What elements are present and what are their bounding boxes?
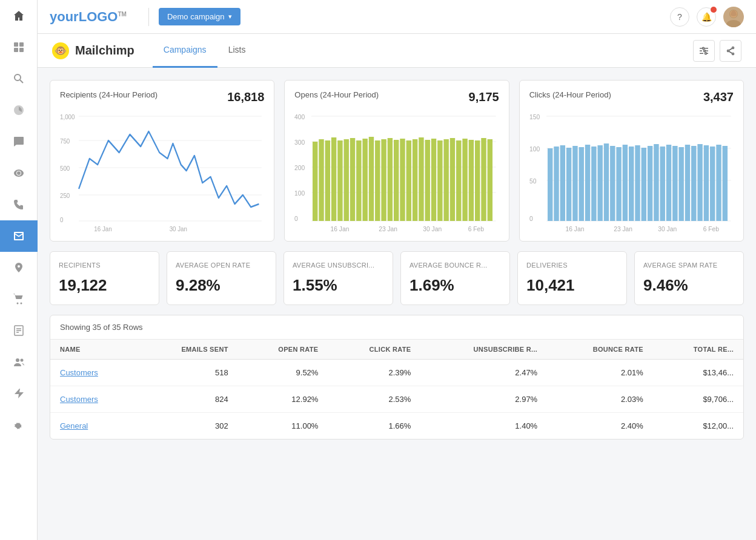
- page-tabs: Campaigns Lists: [153, 34, 257, 68]
- svg-text:16 Jan: 16 Jan: [331, 225, 350, 232]
- table-meta: Showing 35 of 35 Rows: [50, 315, 743, 340]
- svg-rect-70: [413, 139, 417, 221]
- opens-chart-title: Opens (24-Hour Period): [294, 90, 379, 99]
- col-click-rate[interactable]: CLICK RATE: [328, 340, 420, 360]
- sidebar-item-report[interactable]: [0, 315, 38, 346]
- filter-button[interactable]: [693, 40, 715, 62]
- sidebar-item-grid[interactable]: [0, 31, 38, 63]
- svg-rect-121: [710, 147, 715, 221]
- sidebar-item-cart[interactable]: [0, 283, 38, 315]
- col-open-rate[interactable]: OPEN RATE: [238, 340, 328, 360]
- svg-rect-80: [475, 140, 480, 221]
- sidebar-item-home[interactable]: [0, 0, 38, 31]
- svg-rect-96: [554, 147, 559, 221]
- col-unsub-rate[interactable]: UNSUBSCRIBE R...: [420, 340, 547, 360]
- avatar[interactable]: [723, 7, 744, 27]
- svg-rect-104: [603, 143, 608, 221]
- svg-rect-54: [313, 142, 317, 221]
- sidebar-item-users[interactable]: [0, 346, 38, 378]
- svg-rect-108: [629, 147, 634, 221]
- svg-point-29: [732, 53, 734, 54]
- recipients-chart-title: Recipients (24-Hour Period): [60, 90, 158, 99]
- col-total-re[interactable]: TOTAL RE...: [653, 340, 743, 360]
- svg-line-31: [729, 51, 732, 53]
- sidebar-item-marketing[interactable]: [0, 157, 38, 189]
- svg-text:6 Feb: 6 Feb: [468, 225, 484, 232]
- tab-lists[interactable]: Lists: [217, 34, 257, 68]
- svg-rect-56: [325, 140, 330, 221]
- svg-rect-79: [469, 140, 474, 221]
- row-1-open: 9.52%: [238, 360, 328, 386]
- sidebar-item-chat[interactable]: [0, 126, 38, 157]
- demo-campaign-button[interactable]: Demo campaign: [159, 8, 240, 25]
- svg-rect-117: [685, 145, 689, 221]
- stat-open-rate: Average Open Rate 9.28%: [167, 251, 276, 305]
- svg-rect-77: [456, 140, 461, 221]
- svg-rect-82: [488, 139, 492, 221]
- svg-rect-102: [591, 147, 596, 221]
- col-bounce-rate[interactable]: BOUNCE RATE: [547, 340, 653, 360]
- svg-rect-68: [400, 139, 405, 221]
- notifications-button[interactable]: 🔔: [697, 7, 716, 27]
- row-2-emails: 824: [138, 386, 238, 413]
- svg-rect-103: [597, 145, 602, 221]
- col-emails-sent[interactable]: EMAILS SENT: [138, 340, 238, 360]
- svg-rect-65: [382, 139, 386, 221]
- sidebar: [0, 0, 38, 540]
- svg-rect-1: [19, 42, 24, 47]
- table-section: Showing 35 of 35 Rows NAME EMAILS SENT O…: [50, 315, 744, 440]
- svg-text:300: 300: [294, 139, 305, 146]
- row-2-name[interactable]: Customers: [50, 386, 138, 413]
- stat-recipients: Recipients 19,122: [50, 251, 159, 305]
- stats-row: Recipients 19,122 Average Open Rate 9.28…: [50, 251, 744, 305]
- svg-rect-122: [716, 145, 721, 221]
- col-name[interactable]: NAME: [50, 340, 138, 360]
- svg-rect-57: [331, 137, 336, 221]
- svg-rect-123: [722, 146, 727, 221]
- sidebar-item-email[interactable]: [0, 220, 38, 252]
- sidebar-item-phone[interactable]: [0, 189, 38, 220]
- svg-rect-78: [463, 139, 468, 221]
- clicks-chart-value: 3,437: [703, 90, 734, 104]
- svg-text:100: 100: [529, 145, 540, 153]
- sidebar-item-search[interactable]: [0, 63, 38, 94]
- svg-rect-105: [610, 146, 615, 221]
- stat-recipients-value: 19,122: [59, 276, 150, 295]
- svg-line-5: [20, 80, 23, 83]
- svg-rect-62: [363, 139, 368, 221]
- header-divider: [148, 8, 149, 26]
- sidebar-item-settings[interactable]: [0, 409, 38, 441]
- svg-rect-109: [635, 145, 640, 221]
- row-3-name[interactable]: General: [50, 413, 138, 440]
- svg-rect-101: [585, 145, 589, 221]
- stat-open-rate-label: Average Open Rate: [176, 262, 267, 269]
- dashboard-body: Recipients (24-Hour Period) 16,818 1,000…: [38, 68, 756, 540]
- row-1-unsub: 2.47%: [420, 360, 547, 386]
- recipients-chart-card: Recipients (24-Hour Period) 16,818 1,000…: [50, 80, 274, 242]
- stat-unsub-rate-value: 1.55%: [293, 276, 384, 295]
- svg-rect-99: [572, 146, 577, 221]
- sidebar-item-lightning[interactable]: [0, 378, 38, 409]
- svg-rect-110: [641, 148, 646, 221]
- svg-text:16 Jan: 16 Jan: [94, 225, 111, 232]
- svg-rect-60: [350, 138, 355, 221]
- svg-text:16 Jan: 16 Jan: [565, 225, 584, 232]
- svg-text:30 Jan: 30 Jan: [170, 225, 187, 232]
- tab-campaigns[interactable]: Campaigns: [153, 34, 217, 68]
- svg-rect-81: [482, 138, 486, 221]
- opens-chart-card: Opens (24-Hour Period) 9,175 400 300 200…: [284, 80, 509, 242]
- row-2-total: $9,706...: [653, 386, 743, 413]
- svg-rect-75: [444, 139, 449, 221]
- share-button[interactable]: [720, 40, 741, 62]
- svg-rect-3: [19, 48, 24, 52]
- svg-text:250: 250: [60, 192, 70, 199]
- sidebar-item-dashboard[interactable]: [0, 94, 38, 126]
- svg-rect-64: [375, 140, 380, 221]
- svg-rect-74: [437, 140, 442, 221]
- svg-text:400: 400: [294, 113, 305, 120]
- sidebar-item-location[interactable]: [0, 252, 38, 283]
- row-1-bounce: 2.01%: [547, 360, 653, 386]
- stat-deliveries-label: Deliveries: [526, 262, 618, 269]
- row-1-name[interactable]: Customers: [50, 360, 138, 386]
- help-button[interactable]: ?: [670, 7, 689, 27]
